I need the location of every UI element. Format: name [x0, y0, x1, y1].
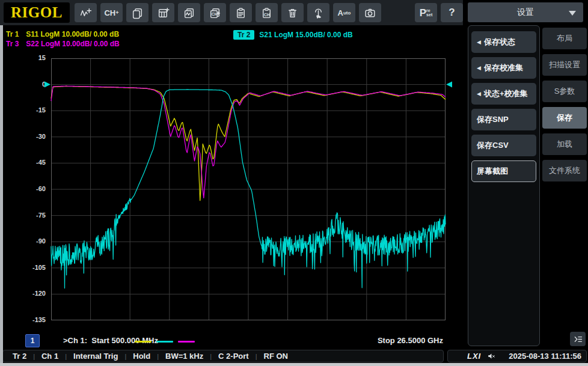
legend-swatch-1 [135, 341, 152, 343]
legend-swatch-2 [156, 341, 173, 343]
lxi-logo: LXI [467, 352, 481, 361]
mute-icon[interactable] [487, 352, 496, 361]
tab-6[interactable]: 文件系统 [542, 160, 587, 181]
save-menu-column: ◀保存状态◀保存校准集◀状态+校准集保存SNP保存CSV屏幕截图 [468, 25, 540, 346]
vna-screen: { "app": { "brand": "RIGOL" }, "toolbar"… [0, 0, 588, 366]
copy-channel-button[interactable]: CH [204, 3, 226, 22]
camera-icon [364, 7, 376, 19]
y-tick-label: -45 [0, 159, 46, 166]
menu-item-6[interactable]: 屏幕截图 [471, 160, 536, 182]
screenshot-button[interactable] [359, 3, 381, 22]
y-tick-label: -30 [0, 133, 46, 140]
help-button[interactable]: ? [441, 3, 463, 22]
rigol-logo: RIGOL [4, 2, 70, 23]
tab-2[interactable]: 扫描设置 [542, 54, 587, 76]
y-tick-label: -15 [0, 106, 46, 114]
copy-trace-icon [183, 7, 195, 19]
top-toolbar: RIGOL CH+CHCHAutoPreset? [0, 0, 463, 25]
status-items: Tr 2|Ch 1|Internal Trig|Hold|BW=1 kHz|C … [2, 350, 444, 362]
y-tick-label: -105 [0, 264, 46, 271]
panel-title-dropdown[interactable]: 设置 [468, 2, 583, 22]
status-item-3: Internal Trig [73, 352, 118, 361]
window-layout-button[interactable] [126, 3, 149, 22]
y-tick-label: -60 [0, 185, 46, 192]
status-right: LXI 2025-08-13 11:11:56 [447, 350, 587, 362]
status-item-6: C 2-Port [218, 352, 249, 361]
submenu-arrow-icon: ◀ [477, 39, 481, 45]
add-table-button[interactable] [152, 3, 174, 22]
panel-title: 设置 [517, 7, 534, 18]
tr1-detail: S11 LogM 10.00dB/ 0.00 dB [26, 30, 119, 38]
paste-trace-button[interactable] [230, 3, 252, 22]
brand-text: RIGOL [11, 4, 63, 21]
trace-label-tr3[interactable]: Tr 3 S22 LogM 10.00dB/ 0.00 dB [6, 40, 120, 48]
menu-item-1[interactable]: ◀保存状态 [471, 31, 536, 53]
add-trace-icon [79, 7, 92, 19]
paste-channel-button[interactable]: CH [256, 3, 278, 22]
status-item-7: RF ON [264, 352, 288, 361]
add-trace-button[interactable] [75, 3, 97, 22]
measurement-display: Tr 1 S11 LogM 10.00dB/ 0.00 dB Tr 3 S22 … [0, 25, 463, 350]
ref-marker-left[interactable] [44, 82, 51, 88]
trace-label-tr1[interactable]: Tr 1 S11 LogM 10.00dB/ 0.00 dB [6, 30, 119, 38]
menu-item-2[interactable]: ◀保存校准集 [471, 57, 536, 79]
auto-scale-button[interactable]: Auto [333, 3, 355, 22]
copy-channel-icon: CH [209, 7, 221, 19]
tab-5[interactable]: 加载 [542, 133, 587, 155]
menu-item-4[interactable]: 保存SNP [471, 109, 536, 130]
clock: 2025-08-13 11:11:56 [509, 352, 581, 361]
hide-menu-button[interactable] [570, 332, 586, 346]
legend-swatch-3 [178, 341, 195, 343]
delete-button[interactable] [281, 3, 304, 22]
screen-edge-bottom [0, 363, 588, 366]
y-tick-label: -135 [0, 316, 46, 323]
dropdown-icon [569, 11, 576, 16]
window-stack-icon [131, 7, 144, 19]
screen-edge-left [0, 25, 3, 366]
add-table-icon [157, 7, 170, 19]
submenu-arrow-icon: ◀ [477, 65, 481, 71]
touch-button[interactable] [307, 3, 329, 22]
hide-menu-icon [573, 334, 583, 344]
add-channel-button[interactable]: CH+ [100, 3, 123, 22]
tr2-active-badge[interactable]: Tr 2 [233, 30, 254, 40]
y-tick-label: -75 [0, 212, 46, 219]
panel-tabs-column: 布局扫描设置S参数保存加载文件系统 [542, 28, 587, 181]
copy-trace-button[interactable] [178, 3, 200, 22]
tr3-id: Tr 3 [6, 40, 19, 48]
svg-text:CH: CH [212, 12, 218, 16]
settings-panel: 设置 ◀保存状态◀保存校准集◀状态+校准集保存SNP保存CSV屏幕截图 布局扫描… [464, 0, 588, 349]
status-item-5: BW=1 kHz [165, 352, 203, 361]
svg-text:CH: CH [264, 12, 270, 16]
tab-1[interactable]: 布局 [542, 28, 587, 49]
submenu-arrow-icon: ◀ [477, 91, 481, 97]
status-item-4: Hold [133, 352, 150, 361]
plot-area[interactable] [51, 58, 446, 320]
touch-icon [312, 7, 325, 19]
menu-item-5[interactable]: 保存CSV [471, 135, 536, 156]
tr2-detail: S21 LogM 15.00dB/ 0.00 dB [259, 31, 352, 39]
toolbar-buttons: CH+CHCHAutoPreset? [75, 3, 463, 22]
status-bar: Tr 2|Ch 1|Internal Trig|Hold|BW=1 kHz|C … [0, 350, 588, 363]
tab-4[interactable]: 保存 [542, 107, 587, 129]
ref-marker-right[interactable] [446, 82, 452, 88]
delete-icon [286, 7, 299, 19]
stop-frequency: Stop 26.5000 GHz [378, 336, 443, 345]
y-tick-label: 15 [0, 54, 46, 61]
tr3-detail: S22 LogM 10.00dB/ 0.00 dB [26, 40, 119, 48]
status-item-2: Ch 1 [41, 352, 58, 361]
y-tick-label: -120 [0, 290, 46, 297]
paste-channel-icon: CH [260, 7, 273, 19]
trace-label-tr2[interactable]: Tr 2 S21 LogM 15.00dB/ 0.00 dB [233, 30, 353, 40]
status-item-1: Tr 2 [13, 352, 26, 361]
y-tick-label: -90 [0, 237, 46, 245]
tab-3[interactable]: S参数 [542, 81, 587, 102]
channel-number-badge[interactable]: 1 [25, 334, 40, 347]
preset-button[interactable]: Preset [415, 3, 437, 22]
menu-item-3[interactable]: ◀状态+校准集 [471, 83, 536, 105]
paste-trace-icon [234, 7, 247, 19]
trace-legend-swatches [135, 341, 195, 343]
channel-id: >Ch 1: [63, 336, 87, 345]
y-tick-label: 0 [0, 81, 46, 88]
tr1-id: Tr 1 [6, 30, 19, 38]
